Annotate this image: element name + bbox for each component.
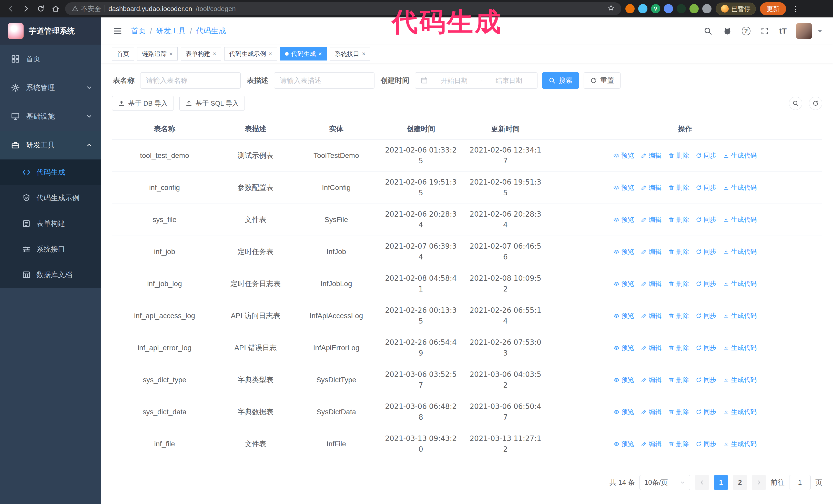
address-bar[interactable]: 不安全 dashboard.yudao.iocoder.cn /tool/cod… — [65, 2, 621, 15]
sidebar-item-codegen[interactable]: 代码生成 — [0, 160, 101, 185]
action-edit[interactable]: 编辑 — [641, 439, 662, 449]
action-sync[interactable]: 同步 — [696, 279, 716, 289]
page-size-select[interactable]: 10条/页 — [640, 475, 690, 490]
help-icon[interactable]: ? — [742, 27, 751, 35]
breadcrumb-dev-tools[interactable]: 研发工具 — [156, 26, 186, 36]
profile-paused-badge[interactable]: 已暂停 — [716, 3, 756, 15]
action-sync[interactable]: 同步 — [696, 247, 716, 257]
action-generate-code[interactable]: 生成代码 — [723, 407, 757, 417]
tab-home[interactable]: 首页 — [112, 47, 134, 61]
action-generate-code[interactable]: 生成代码 — [723, 151, 757, 161]
extension-dark-icon[interactable] — [677, 4, 686, 13]
sidebar-item-db-doc[interactable]: 数据库文档 — [0, 262, 101, 288]
browser-home-icon[interactable] — [50, 3, 61, 14]
tab-codegen[interactable]: 代码生成× — [280, 47, 327, 61]
action-generate-code[interactable]: 生成代码 — [723, 439, 757, 449]
toggle-search-button[interactable] — [789, 97, 802, 110]
start-date-placeholder[interactable]: 开始日期 — [431, 76, 477, 85]
refresh-table-button[interactable] — [809, 97, 822, 110]
action-sync[interactable]: 同步 — [696, 311, 716, 321]
page-button-1[interactable]: 1 — [714, 475, 728, 490]
action-delete[interactable]: 删除 — [668, 407, 689, 417]
sidebar-item-home[interactable]: 首页 — [0, 45, 101, 73]
action-generate-code[interactable]: 生成代码 — [723, 343, 757, 353]
action-preview[interactable]: 预览 — [613, 279, 634, 289]
action-edit[interactable]: 编辑 — [641, 247, 662, 257]
action-delete[interactable]: 删除 — [668, 151, 689, 161]
close-icon[interactable]: × — [213, 51, 216, 57]
extension-blue-icon[interactable] — [638, 4, 647, 13]
action-preview[interactable]: 预览 — [613, 215, 634, 224]
action-sync[interactable]: 同步 — [696, 439, 716, 449]
close-icon[interactable]: × — [362, 51, 365, 57]
sidebar-item-form-builder[interactable]: 表单构建 — [0, 211, 101, 236]
action-sync[interactable]: 同步 — [696, 375, 716, 385]
action-edit[interactable]: 编辑 — [641, 375, 662, 385]
action-edit[interactable]: 编辑 — [641, 279, 662, 289]
sidebar-item-system-api[interactable]: 系统接口 — [0, 236, 101, 262]
end-date-placeholder[interactable]: 结束日期 — [486, 76, 532, 85]
browser-reload-icon[interactable] — [35, 3, 46, 14]
extension-green-icon[interactable] — [689, 4, 699, 13]
action-edit[interactable]: 编辑 — [641, 183, 662, 193]
close-icon[interactable]: × — [269, 51, 272, 57]
security-warning[interactable]: 不安全 — [72, 4, 101, 13]
action-delete[interactable]: 删除 — [668, 439, 689, 449]
action-edit[interactable]: 编辑 — [641, 215, 662, 224]
github-icon[interactable] — [722, 26, 733, 36]
action-edit[interactable]: 编辑 — [641, 407, 662, 417]
action-sync[interactable]: 同步 — [696, 215, 716, 224]
action-preview[interactable]: 预览 — [613, 151, 634, 161]
import-sql-button[interactable]: 基于 SQL 导入 — [180, 96, 245, 111]
action-generate-code[interactable]: 生成代码 — [723, 215, 757, 224]
action-delete[interactable]: 删除 — [668, 183, 689, 193]
breadcrumb-home[interactable]: 首页 — [131, 26, 146, 36]
sidebar-item-infrastructure[interactable]: 基础设施 — [0, 102, 101, 131]
action-preview[interactable]: 预览 — [613, 439, 634, 449]
action-delete[interactable]: 删除 — [668, 375, 689, 385]
page-button-2[interactable]: 2 — [733, 475, 747, 490]
action-delete[interactable]: 删除 — [668, 343, 689, 353]
action-generate-code[interactable]: 生成代码 — [723, 375, 757, 385]
browser-menu-icon[interactable]: ⋮ — [790, 4, 801, 13]
extension-people-icon[interactable] — [664, 4, 673, 13]
browser-update-button[interactable]: 更新 — [760, 2, 786, 16]
action-preview[interactable]: 预览 — [613, 343, 634, 353]
action-preview[interactable]: 预览 — [613, 183, 634, 193]
tab-trace[interactable]: 链路追踪× — [137, 47, 177, 61]
table-name-input[interactable] — [140, 72, 241, 89]
goto-page-input[interactable] — [789, 475, 811, 490]
action-edit[interactable]: 编辑 — [641, 343, 662, 353]
sidebar-item-codegen-demo[interactable]: 代码生成示例 — [0, 185, 101, 211]
action-delete[interactable]: 删除 — [668, 279, 689, 289]
action-generate-code[interactable]: 生成代码 — [723, 183, 757, 193]
import-db-button[interactable]: 基于 DB 导入 — [112, 96, 174, 111]
action-delete[interactable]: 删除 — [668, 215, 689, 224]
sidebar-item-system-management[interactable]: 系统管理 — [0, 73, 101, 102]
action-generate-code[interactable]: 生成代码 — [723, 311, 757, 321]
sidebar-item-dev-tools[interactable]: 研发工具 — [0, 131, 101, 160]
next-page-button[interactable] — [752, 475, 766, 490]
table-desc-input[interactable] — [274, 72, 375, 89]
action-edit[interactable]: 编辑 — [641, 151, 662, 161]
extension-orange-icon[interactable] — [625, 4, 635, 13]
action-preview[interactable]: 预览 — [613, 311, 634, 321]
action-sync[interactable]: 同步 — [696, 183, 716, 193]
prev-page-button[interactable] — [695, 475, 709, 490]
tab-codegen-demo[interactable]: 代码生成示例× — [224, 47, 277, 61]
date-range-picker[interactable]: 开始日期 - 结束日期 — [415, 72, 538, 89]
action-preview[interactable]: 预览 — [613, 247, 634, 257]
bookmark-star-icon[interactable] — [608, 4, 615, 13]
tab-form-builder[interactable]: 表单构建× — [181, 47, 221, 61]
action-edit[interactable]: 编辑 — [641, 311, 662, 321]
action-preview[interactable]: 预览 — [613, 375, 634, 385]
font-size-icon[interactable]: tT — [779, 27, 787, 35]
browser-back-icon[interactable] — [6, 3, 17, 14]
reset-button[interactable]: 重置 — [584, 72, 620, 89]
action-sync[interactable]: 同步 — [696, 151, 716, 161]
extensions-puzzle-icon[interactable] — [702, 4, 712, 13]
action-delete[interactable]: 删除 — [668, 311, 689, 321]
close-icon[interactable]: × — [318, 51, 322, 57]
close-icon[interactable]: × — [169, 51, 173, 57]
hamburger-icon[interactable] — [112, 25, 123, 37]
